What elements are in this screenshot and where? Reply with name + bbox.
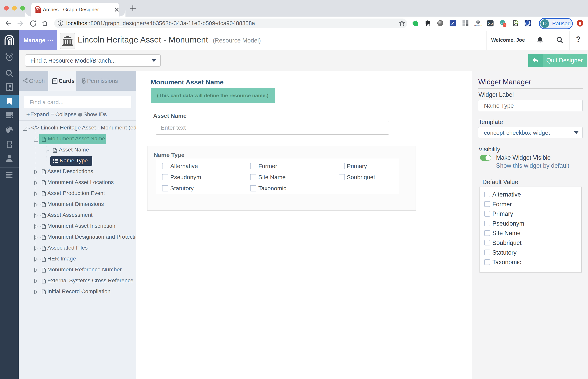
svg-text:Z: Z	[451, 21, 454, 26]
svg-text:Xp: Xp	[488, 21, 493, 26]
svg-text:8: 8	[504, 24, 505, 27]
svg-text:geojson.io: geojson.io	[474, 24, 482, 26]
